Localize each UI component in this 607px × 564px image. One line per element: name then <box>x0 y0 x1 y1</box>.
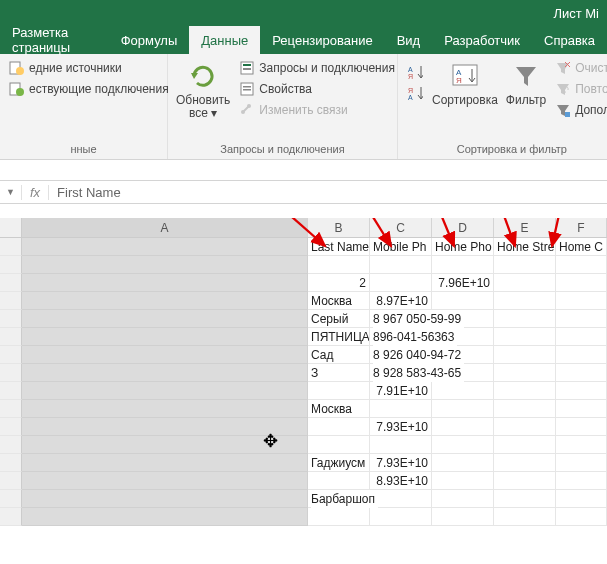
cell[interactable] <box>494 418 556 436</box>
header-cell[interactable]: Home C <box>556 238 607 256</box>
cell[interactable] <box>494 436 556 454</box>
cell[interactable] <box>494 346 556 364</box>
cell[interactable]: 8 928 583-43-65 <box>370 364 432 382</box>
cell[interactable]: 7.91E+10 <box>370 382 432 400</box>
cell[interactable] <box>494 508 556 526</box>
cell[interactable] <box>22 256 308 274</box>
cell[interactable] <box>22 400 308 418</box>
cell[interactable] <box>494 364 556 382</box>
existing-connections-button[interactable]: ествующие подключения <box>6 79 172 99</box>
cell[interactable] <box>556 418 607 436</box>
cell[interactable] <box>308 436 370 454</box>
cell[interactable] <box>432 382 494 400</box>
namebox-dropdown[interactable]: ▼ <box>0 187 21 197</box>
row-header[interactable] <box>0 454 22 472</box>
sort-za-button[interactable]: ЯА <box>404 83 426 103</box>
cell[interactable] <box>494 256 556 274</box>
cell[interactable] <box>308 382 370 400</box>
cell[interactable]: 7.93E+10 <box>370 454 432 472</box>
cell[interactable] <box>494 472 556 490</box>
cell[interactable]: 7.93E+10 <box>370 418 432 436</box>
header-cell[interactable]: Home Stre <box>494 238 556 256</box>
cell[interactable] <box>556 328 607 346</box>
cell[interactable]: З <box>308 364 370 382</box>
cell[interactable] <box>556 508 607 526</box>
cell[interactable]: ПЯТНИЦА <box>308 328 370 346</box>
cell[interactable]: 8 967 050-59-99 <box>370 310 432 328</box>
spreadsheet-grid[interactable]: A B C D E F Last NameMobile PhHome PhoHo… <box>0 218 607 564</box>
cell[interactable] <box>370 274 432 292</box>
cell[interactable]: Серый <box>308 310 370 328</box>
cell[interactable] <box>432 472 494 490</box>
tab-review[interactable]: Рецензирование <box>260 26 384 54</box>
cell[interactable]: Москва <box>308 292 370 310</box>
cell[interactable] <box>22 382 308 400</box>
cell[interactable] <box>556 346 607 364</box>
cell[interactable] <box>22 310 308 328</box>
col-header-a[interactable]: A <box>22 218 308 237</box>
cell[interactable] <box>370 256 432 274</box>
queries-connections-button[interactable]: Запросы и подключения <box>236 58 398 78</box>
cell[interactable]: Сад <box>308 346 370 364</box>
cell[interactable]: 7.96E+10 <box>432 274 494 292</box>
row-header[interactable] <box>0 274 22 292</box>
tab-page-layout[interactable]: Разметка страницы <box>0 26 109 54</box>
fx-label[interactable]: fx <box>21 185 49 200</box>
row-header[interactable] <box>0 382 22 400</box>
cell[interactable] <box>432 292 494 310</box>
cell[interactable] <box>556 256 607 274</box>
cell[interactable] <box>556 472 607 490</box>
cell[interactable] <box>494 490 556 508</box>
cell[interactable] <box>494 400 556 418</box>
row-header[interactable] <box>0 508 22 526</box>
advanced-filter-button[interactable]: Дополн <box>552 100 607 120</box>
row-header[interactable] <box>0 490 22 508</box>
cell[interactable] <box>308 256 370 274</box>
cell[interactable]: Барбаршоп <box>308 490 370 508</box>
cell[interactable] <box>22 436 308 454</box>
tab-data[interactable]: Данные <box>189 26 260 54</box>
cell[interactable] <box>370 400 432 418</box>
cell[interactable]: 2 <box>308 274 370 292</box>
cell[interactable]: 8.93E+10 <box>370 472 432 490</box>
cell[interactable] <box>432 400 494 418</box>
row-header[interactable] <box>0 364 22 382</box>
tab-view[interactable]: Вид <box>385 26 433 54</box>
cell[interactable]: 896-041-56363 <box>370 328 432 346</box>
row-header[interactable] <box>0 328 22 346</box>
cell[interactable] <box>556 292 607 310</box>
cell[interactable] <box>494 382 556 400</box>
tab-developer[interactable]: Разработчик <box>432 26 532 54</box>
cell[interactable] <box>22 328 308 346</box>
cell[interactable] <box>22 346 308 364</box>
col-header-b[interactable]: B <box>308 218 370 237</box>
cell[interactable] <box>556 400 607 418</box>
cell[interactable] <box>308 418 370 436</box>
properties-button[interactable]: Свойства <box>236 79 398 99</box>
cell[interactable] <box>22 508 308 526</box>
cell[interactable] <box>432 454 494 472</box>
cell[interactable] <box>22 418 308 436</box>
select-all-corner[interactable] <box>0 218 22 237</box>
cell[interactable] <box>432 508 494 526</box>
cell[interactable] <box>22 274 308 292</box>
cell[interactable] <box>556 382 607 400</box>
cell[interactable] <box>494 328 556 346</box>
row-header[interactable] <box>0 418 22 436</box>
header-cell[interactable]: Last Name <box>308 238 370 256</box>
row-header[interactable] <box>0 292 22 310</box>
row-header[interactable] <box>0 310 22 328</box>
cell[interactable]: Гаджиусм <box>308 454 370 472</box>
cell[interactable] <box>22 472 308 490</box>
col-header-f[interactable]: F <box>556 218 607 237</box>
sort-az-button[interactable]: АЯ <box>404 62 426 82</box>
cell[interactable] <box>556 490 607 508</box>
header-cell[interactable]: Mobile Ph <box>370 238 432 256</box>
cell[interactable] <box>432 256 494 274</box>
cell[interactable] <box>494 310 556 328</box>
cell[interactable] <box>22 490 308 508</box>
cell[interactable] <box>22 292 308 310</box>
row-header[interactable] <box>0 436 22 454</box>
header-cell[interactable]: Home Pho <box>432 238 494 256</box>
cell[interactable] <box>308 472 370 490</box>
